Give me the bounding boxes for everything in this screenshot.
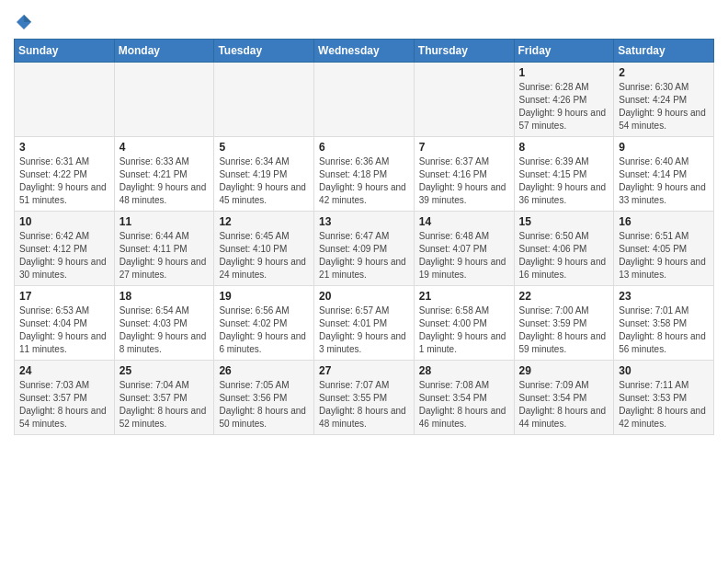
day-detail: Sunrise: 7:11 AM Sunset: 3:53 PM Dayligh… [619, 379, 709, 431]
day-number: 21 [419, 290, 509, 303]
header-saturday: Saturday [614, 40, 714, 63]
day-number: 11 [119, 215, 210, 228]
header-tuesday: Tuesday [214, 40, 314, 63]
calendar-week-row: 1Sunrise: 6:28 AM Sunset: 4:26 PM Daylig… [15, 63, 714, 137]
calendar-cell: 16Sunrise: 6:51 AM Sunset: 4:05 PM Dayli… [614, 212, 714, 286]
calendar-cell: 21Sunrise: 6:58 AM Sunset: 4:00 PM Dayli… [414, 286, 514, 361]
day-detail: Sunrise: 6:40 AM Sunset: 4:14 PM Dayligh… [619, 155, 709, 207]
calendar-cell: 6Sunrise: 6:36 AM Sunset: 4:18 PM Daylig… [314, 137, 415, 212]
calendar-cell: 1Sunrise: 6:28 AM Sunset: 4:26 PM Daylig… [514, 63, 614, 137]
calendar-week-row: 3Sunrise: 6:31 AM Sunset: 4:22 PM Daylig… [15, 137, 714, 212]
calendar-week-row: 24Sunrise: 7:03 AM Sunset: 3:57 PM Dayli… [15, 361, 714, 435]
calendar-cell: 11Sunrise: 6:44 AM Sunset: 4:11 PM Dayli… [114, 212, 214, 286]
day-number: 26 [219, 364, 309, 377]
day-number: 18 [119, 290, 210, 303]
day-number: 27 [319, 364, 409, 377]
calendar-cell: 3Sunrise: 6:31 AM Sunset: 4:22 PM Daylig… [15, 137, 115, 212]
calendar-cell: 13Sunrise: 6:47 AM Sunset: 4:09 PM Dayli… [314, 212, 415, 286]
day-number: 5 [219, 141, 309, 154]
day-number: 3 [19, 141, 109, 154]
calendar-cell [414, 63, 514, 137]
day-number: 14 [419, 215, 509, 228]
header-wednesday: Wednesday [314, 40, 415, 63]
day-number: 2 [619, 66, 709, 79]
day-number: 10 [19, 215, 109, 228]
calendar-cell: 14Sunrise: 6:48 AM Sunset: 4:07 PM Dayli… [414, 212, 514, 286]
calendar-cell: 12Sunrise: 6:45 AM Sunset: 4:10 PM Dayli… [214, 212, 314, 286]
day-number: 12 [219, 215, 309, 228]
page-container: SundayMondayTuesdayWednesdayThursdayFrid… [0, 0, 728, 449]
day-detail: Sunrise: 6:53 AM Sunset: 4:04 PM Dayligh… [19, 304, 109, 356]
calendar-cell: 29Sunrise: 7:09 AM Sunset: 3:54 PM Dayli… [514, 361, 614, 435]
calendar-week-row: 10Sunrise: 6:42 AM Sunset: 4:12 PM Dayli… [15, 212, 714, 286]
day-number: 4 [119, 141, 210, 154]
logo-icon [16, 17, 32, 33]
calendar-cell: 9Sunrise: 6:40 AM Sunset: 4:14 PM Daylig… [614, 137, 714, 212]
header [14, 9, 714, 34]
calendar-header-row: SundayMondayTuesdayWednesdayThursdayFrid… [15, 40, 714, 63]
logo-text [14, 14, 32, 34]
calendar-cell: 26Sunrise: 7:05 AM Sunset: 3:56 PM Dayli… [214, 361, 314, 435]
day-number: 1 [519, 66, 609, 79]
day-number: 15 [519, 215, 609, 228]
calendar-cell: 25Sunrise: 7:04 AM Sunset: 3:57 PM Dayli… [114, 361, 214, 435]
day-detail: Sunrise: 7:05 AM Sunset: 3:56 PM Dayligh… [219, 379, 309, 431]
calendar-cell: 27Sunrise: 7:07 AM Sunset: 3:55 PM Dayli… [314, 361, 415, 435]
day-number: 19 [219, 290, 309, 303]
day-number: 17 [19, 290, 109, 303]
calendar-cell [114, 63, 214, 137]
calendar-cell: 10Sunrise: 6:42 AM Sunset: 4:12 PM Dayli… [15, 212, 115, 286]
calendar-cell: 18Sunrise: 6:54 AM Sunset: 4:03 PM Dayli… [114, 286, 214, 361]
calendar-cell: 8Sunrise: 6:39 AM Sunset: 4:15 PM Daylig… [514, 137, 614, 212]
calendar-cell [314, 63, 415, 137]
day-detail: Sunrise: 6:37 AM Sunset: 4:16 PM Dayligh… [419, 155, 509, 207]
day-detail: Sunrise: 6:50 AM Sunset: 4:06 PM Dayligh… [519, 230, 609, 282]
calendar-cell: 7Sunrise: 6:37 AM Sunset: 4:16 PM Daylig… [414, 137, 514, 212]
calendar-cell: 28Sunrise: 7:08 AM Sunset: 3:54 PM Dayli… [414, 361, 514, 435]
calendar-cell: 20Sunrise: 6:57 AM Sunset: 4:01 PM Dayli… [314, 286, 415, 361]
day-detail: Sunrise: 6:57 AM Sunset: 4:01 PM Dayligh… [319, 304, 409, 356]
day-detail: Sunrise: 6:34 AM Sunset: 4:19 PM Dayligh… [219, 155, 309, 207]
calendar-cell [15, 63, 115, 137]
day-detail: Sunrise: 7:01 AM Sunset: 3:58 PM Dayligh… [619, 304, 709, 356]
day-number: 24 [19, 364, 109, 377]
day-number: 9 [619, 141, 709, 154]
header-thursday: Thursday [414, 40, 514, 63]
day-number: 22 [519, 290, 609, 303]
calendar-cell: 4Sunrise: 6:33 AM Sunset: 4:21 PM Daylig… [114, 137, 214, 212]
day-number: 30 [619, 364, 709, 377]
day-number: 29 [519, 364, 609, 377]
day-detail: Sunrise: 6:42 AM Sunset: 4:12 PM Dayligh… [19, 230, 109, 282]
day-number: 28 [419, 364, 509, 377]
calendar-cell: 23Sunrise: 7:01 AM Sunset: 3:58 PM Dayli… [614, 286, 714, 361]
day-number: 16 [619, 215, 709, 228]
day-number: 20 [319, 290, 409, 303]
header-monday: Monday [114, 40, 214, 63]
day-number: 6 [319, 141, 409, 154]
calendar-table: SundayMondayTuesdayWednesdayThursdayFrid… [14, 39, 714, 435]
calendar-cell: 17Sunrise: 6:53 AM Sunset: 4:04 PM Dayli… [15, 286, 115, 361]
day-detail: Sunrise: 7:04 AM Sunset: 3:57 PM Dayligh… [119, 379, 210, 431]
day-detail: Sunrise: 6:58 AM Sunset: 4:00 PM Dayligh… [419, 304, 509, 356]
day-number: 25 [119, 364, 210, 377]
day-detail: Sunrise: 7:00 AM Sunset: 3:59 PM Dayligh… [519, 304, 609, 356]
calendar-cell: 2Sunrise: 6:30 AM Sunset: 4:24 PM Daylig… [614, 63, 714, 137]
day-detail: Sunrise: 7:07 AM Sunset: 3:55 PM Dayligh… [319, 379, 409, 431]
day-detail: Sunrise: 7:09 AM Sunset: 3:54 PM Dayligh… [519, 379, 609, 431]
day-detail: Sunrise: 7:03 AM Sunset: 3:57 PM Dayligh… [19, 379, 109, 431]
calendar-cell: 30Sunrise: 7:11 AM Sunset: 3:53 PM Dayli… [614, 361, 714, 435]
day-detail: Sunrise: 6:54 AM Sunset: 4:03 PM Dayligh… [119, 304, 210, 356]
header-sunday: Sunday [15, 40, 115, 63]
day-detail: Sunrise: 7:08 AM Sunset: 3:54 PM Dayligh… [419, 379, 509, 431]
calendar-cell: 5Sunrise: 6:34 AM Sunset: 4:19 PM Daylig… [214, 137, 314, 212]
day-detail: Sunrise: 6:51 AM Sunset: 4:05 PM Dayligh… [619, 230, 709, 282]
calendar-week-row: 17Sunrise: 6:53 AM Sunset: 4:04 PM Dayli… [15, 286, 714, 361]
day-detail: Sunrise: 6:56 AM Sunset: 4:02 PM Dayligh… [219, 304, 309, 356]
day-detail: Sunrise: 6:31 AM Sunset: 4:22 PM Dayligh… [19, 155, 109, 207]
day-number: 13 [319, 215, 409, 228]
day-detail: Sunrise: 6:28 AM Sunset: 4:26 PM Dayligh… [519, 81, 609, 132]
day-detail: Sunrise: 6:47 AM Sunset: 4:09 PM Dayligh… [319, 230, 409, 282]
calendar-cell: 19Sunrise: 6:56 AM Sunset: 4:02 PM Dayli… [214, 286, 314, 361]
day-detail: Sunrise: 6:44 AM Sunset: 4:11 PM Dayligh… [119, 230, 210, 282]
calendar-cell: 15Sunrise: 6:50 AM Sunset: 4:06 PM Dayli… [514, 212, 614, 286]
